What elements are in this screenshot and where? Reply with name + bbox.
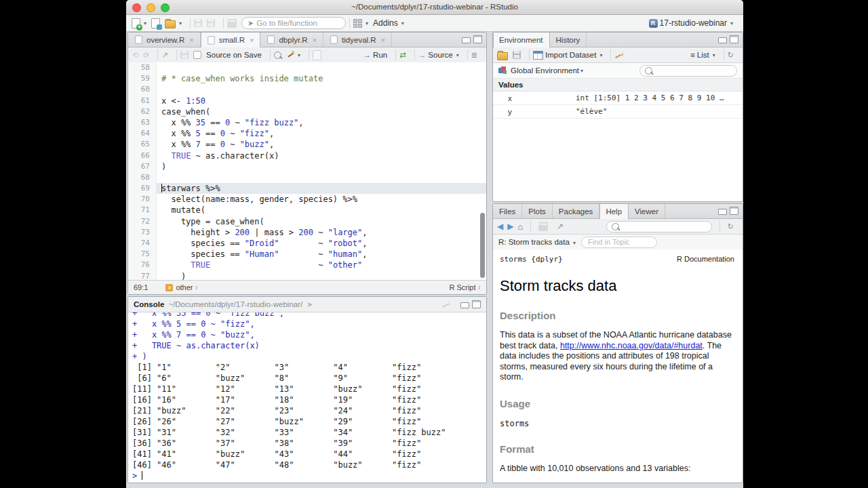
tab-history[interactable]: History	[550, 33, 587, 47]
tab-plots[interactable]: Plots	[522, 204, 553, 218]
code-line[interactable]: 61x <- 1:50	[128, 96, 486, 106]
tab-environment[interactable]: Environment	[493, 33, 550, 47]
open-directory-icon[interactable]: ➤	[307, 300, 313, 309]
import-dataset-button[interactable]: Import Dataset ▾	[533, 51, 602, 60]
save-all-button[interactable]	[207, 19, 215, 27]
close-tab-icon[interactable]: ×	[381, 36, 385, 44]
file-type-selector[interactable]: R Script	[449, 283, 475, 291]
back-button[interactable]: ⟲	[132, 51, 138, 60]
minimize-pane-icon[interactable]	[718, 37, 727, 43]
load-workspace-button[interactable]	[497, 50, 508, 60]
code-line[interactable]: 71 mutate(	[128, 205, 486, 216]
code-line[interactable]: 66 TRUE ~ as.character(x)	[128, 150, 486, 161]
find-in-topic-input[interactable]: Find in Topic	[581, 237, 657, 248]
forward-button[interactable]: ⟳	[143, 51, 149, 60]
close-window-icon[interactable]	[132, 3, 141, 12]
rerun-button[interactable]: ⇄	[399, 50, 406, 60]
tab-viewer[interactable]: Viewer	[629, 204, 665, 218]
editor-scrollbar[interactable]	[480, 213, 485, 278]
code-line[interactable]: 77 )	[128, 271, 486, 281]
code-line[interactable]: 60	[128, 84, 486, 95]
code-line[interactable]: 69starwars %>%	[128, 183, 486, 194]
refresh-environment-button[interactable]: ↻	[728, 51, 734, 60]
code-line[interactable]: 62case_when(	[128, 106, 486, 117]
save-button[interactable]	[194, 19, 202, 27]
new-project-button[interactable]	[151, 18, 160, 28]
tab-help[interactable]: Help	[599, 204, 629, 219]
source-button[interactable]: → Source ▾	[418, 51, 459, 59]
help-back-button[interactable]: ◀	[497, 222, 503, 231]
home-button[interactable]: ⌂	[517, 222, 523, 231]
console-prompt[interactable]: >	[132, 470, 482, 481]
clear-environment-button[interactable]	[614, 51, 623, 60]
environment-scope-selector[interactable]: Global Environment	[511, 66, 579, 75]
checkbox-icon[interactable]	[193, 51, 201, 59]
minimize-pane-icon[interactable]	[718, 209, 727, 215]
pane-layout-button[interactable]: ▾	[353, 19, 368, 28]
tab-tidyeval-r[interactable]: tidyeval.R×	[323, 33, 392, 47]
environment-object-row[interactable]: y"élève"	[493, 105, 743, 119]
code-editor[interactable]: 5859# * case_when works inside mutate606…	[128, 62, 486, 281]
code-line[interactable]: 68	[128, 172, 486, 183]
code-line[interactable]: 70 select(name:mass, gender, species) %>…	[128, 194, 486, 205]
minimize-pane-icon[interactable]	[460, 302, 469, 308]
line-number: 61	[128, 96, 157, 106]
minimize-pane-icon[interactable]	[462, 37, 471, 43]
popout-button[interactable]: ↗	[161, 50, 168, 60]
environment-object-row[interactable]: xint [1:50] 1 2 3 4 5 6 7 8 9 10 …	[493, 92, 743, 105]
close-tab-icon[interactable]: ×	[189, 36, 193, 44]
environment-search-input[interactable]	[639, 65, 737, 77]
popout-topic-button[interactable]: ↗	[557, 222, 564, 231]
tab-small-r[interactable]: small.R×	[201, 33, 261, 47]
maximize-pane-icon[interactable]	[730, 35, 738, 43]
code-tools-button[interactable]: ▾	[286, 51, 300, 59]
tab-dbplyr-r[interactable]: dbplyr.R×	[260, 33, 323, 47]
addins-button[interactable]: Addins ▾	[373, 18, 404, 28]
document-outline-button[interactable]: ≣	[471, 51, 477, 60]
description-paragraph: This data is a subset of the NOAA Atlant…	[500, 330, 738, 383]
maximize-pane-icon[interactable]	[473, 35, 482, 43]
close-tab-icon[interactable]: ×	[250, 36, 254, 44]
code-line[interactable]: 63 x %% 35 == 0 ~ "fizz buzz",	[128, 117, 486, 128]
code-line[interactable]: 72 type = case_when(	[128, 216, 486, 227]
help-search-input[interactable]	[606, 221, 712, 232]
goto-file-input[interactable]: ➤ Go to file/function	[241, 17, 346, 29]
pane-window-controls	[460, 300, 481, 308]
maximize-pane-icon[interactable]	[472, 300, 481, 308]
code-line[interactable]: 58	[128, 62, 486, 73]
code-line[interactable]: 64 x %% 5 == 0 ~ "fizz",	[128, 128, 486, 139]
find-replace-button[interactable]	[274, 52, 281, 59]
clear-console-button[interactable]	[441, 300, 450, 309]
minimize-window-icon[interactable]	[146, 3, 155, 12]
tab-overview-r[interactable]: overview.R×	[128, 33, 201, 47]
close-tab-icon[interactable]: ×	[313, 36, 317, 44]
code-line[interactable]: 65 x %% 7 == 0 ~ "buzz",	[128, 139, 486, 150]
project-menu-button[interactable]: R 17-rstudio-webinar ▾	[649, 18, 733, 28]
refresh-help-button[interactable]: ↻	[728, 222, 734, 231]
code-line[interactable]: 74 species == "Droid" ~ "robot",	[128, 238, 486, 249]
hurdat-link[interactable]: http://www.nhc.noaa.gov/data/#hurdat	[560, 341, 703, 350]
code-line[interactable]: 75 species == "Human" ~ "human",	[128, 249, 486, 260]
source-on-save-toggle[interactable]: Source on Save	[193, 51, 262, 59]
console-output[interactable]: + x %% 35 == 0 ~ "fizz buzz",+ x %% 5 ==…	[128, 312, 486, 483]
save-source-button[interactable]	[180, 51, 189, 59]
tab-files[interactable]: Files	[493, 204, 522, 218]
code-line[interactable]: 76 TRUE ~ "other"	[128, 260, 486, 270]
compile-report-button[interactable]	[313, 50, 321, 60]
code-line[interactable]: 73 height > 200 | mass > 200 ~ "large",	[128, 227, 486, 238]
code-line[interactable]: 59# * case_when works inside mutate	[128, 73, 486, 84]
display-mode-button[interactable]: ≡ List ▾	[690, 51, 715, 59]
print-button[interactable]	[227, 19, 237, 28]
scope-selector[interactable]: other	[176, 283, 193, 291]
run-button[interactable]: → Run	[363, 51, 388, 59]
maximize-pane-icon[interactable]	[730, 207, 738, 215]
help-topic-selector[interactable]: R: Storm tracks data ▾	[498, 238, 576, 246]
print-topic-button[interactable]	[538, 222, 548, 231]
tab-packages[interactable]: Packages	[553, 204, 600, 218]
zoom-window-icon[interactable]	[161, 3, 170, 12]
new-file-button[interactable]: ▾	[132, 18, 146, 28]
open-file-button[interactable]: ▾	[165, 18, 182, 28]
code-line[interactable]: 67)	[128, 161, 486, 172]
save-workspace-button[interactable]	[513, 51, 521, 59]
help-forward-button[interactable]: ▶	[507, 222, 513, 231]
